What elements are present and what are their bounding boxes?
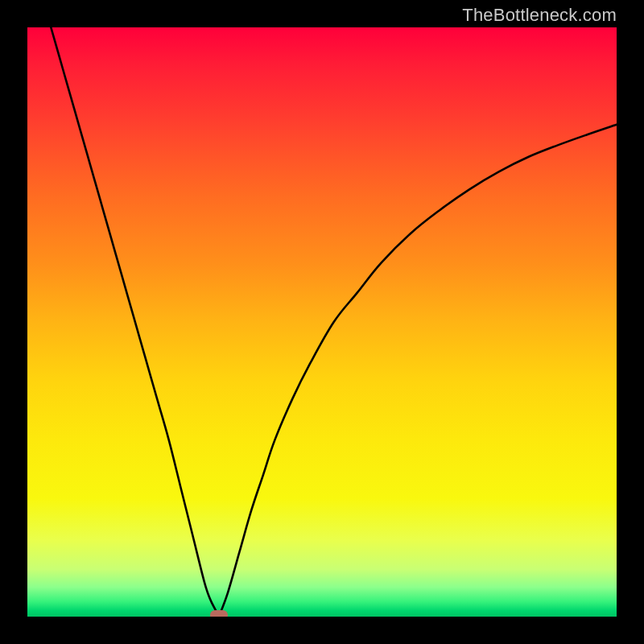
optimum-marker [210, 610, 228, 617]
right-branch-line [219, 125, 617, 617]
chart-frame: TheBottleneck.com [0, 0, 644, 644]
curve-layer [27, 27, 617, 617]
plot-area [27, 27, 617, 617]
watermark-text: TheBottleneck.com [462, 5, 617, 26]
left-branch-line [51, 27, 219, 617]
